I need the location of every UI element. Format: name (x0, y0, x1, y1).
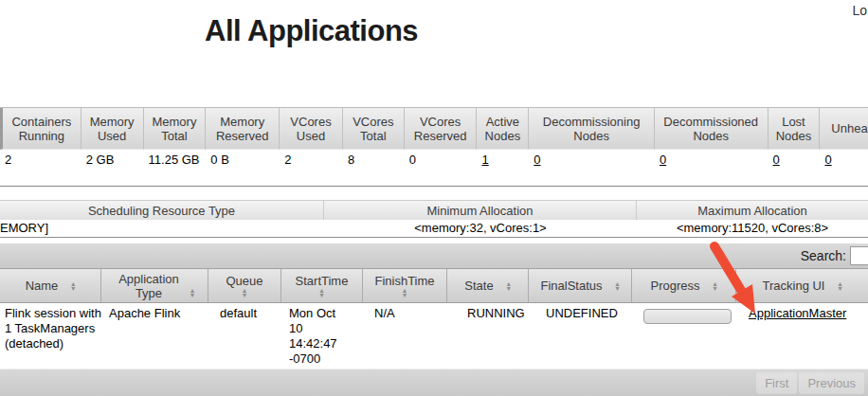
column-header-finalstatus[interactable]: FinalStatus▴▾ (529, 269, 632, 302)
search-input[interactable] (850, 246, 868, 265)
cluster-metric-vcores-used: 2 (280, 150, 343, 186)
column-header-label: Application Type (115, 272, 183, 300)
scheduler-value-minimum-allocation: <memory:32, vCores:1> (324, 220, 637, 237)
scheduler-metrics-header-row: Scheduling Resource TypeMinimum Allocati… (0, 200, 868, 220)
column-header-application-type[interactable]: Application Type▴▾ (101, 269, 208, 302)
cluster-column-header-vcores-used: VCores Used (280, 108, 343, 150)
application-master-link[interactable]: ApplicationMaster (749, 306, 846, 320)
cluster-metric-decommissioning-nodes: 0 (529, 150, 655, 186)
applications-header-row: Name▴▾Application Type▴▾Queue▴▾StartTime… (0, 269, 868, 303)
cluster-metric-vcores-total: 8 (343, 150, 405, 186)
cluster-metric-active-nodes: 1 (478, 150, 530, 186)
cluster-column-header-memory-reserved: Memory Reserved (206, 108, 280, 150)
cluster-column-header-vcores-reserved: VCores Reserved (405, 108, 478, 150)
cluster-metric-link-active-nodes[interactable]: 1 (482, 153, 489, 167)
column-header-name[interactable]: Name▴▾ (0, 269, 101, 302)
progress-bar (643, 309, 732, 324)
cell-progress-percent (632, 303, 736, 324)
scheduler-value-maximum-allocation: <memory:11520, vCores:8> (637, 220, 868, 237)
scheduler-column-header-minimum-allocation: Minimum Allocation (324, 201, 637, 220)
column-header-state[interactable]: State▴▾ (447, 269, 529, 302)
column-header-label: FinalStatus (540, 279, 602, 293)
cluster-metrics-value-row: 22 GB11.25 GB0 B28010000 (0, 150, 868, 187)
cluster-column-header-active-nodes: Active Nodes (477, 108, 529, 150)
cluster-metric-lost-nodes: 0 (769, 150, 821, 186)
column-header-label: Name (26, 279, 59, 293)
logged-in-text: Lo (852, 3, 867, 18)
yarn-all-applications-page: Lo All Applications Containers RunningMe… (0, 0, 868, 396)
search-label: Search: (801, 248, 846, 263)
sort-icon: ▴▾ (71, 281, 75, 291)
column-header-label: Tracking UI (763, 279, 825, 293)
column-header-progress[interactable]: Progress▴▾ (632, 269, 736, 302)
column-header-finishtime[interactable]: FinishTime▴▾ (363, 269, 447, 302)
pagination-previous-button[interactable]: Previous (799, 372, 864, 394)
cell-name: Flink session with 1 TaskManagers (detac… (0, 303, 101, 351)
page-title: All Applications (205, 14, 418, 48)
cluster-column-header-unhealthy-nodes: Unhealthy Nodes (820, 108, 868, 150)
cluster-metric-link-decommissioned-nodes[interactable]: 0 (660, 153, 666, 167)
cluster-metric-link-unhealthy-nodes[interactable]: 0 (824, 153, 831, 167)
cluster-metric-decommissioned-nodes: 0 (655, 150, 769, 186)
cluster-column-header-containers-running: Containers Running (0, 108, 81, 150)
sort-icon: ▴▾ (403, 288, 407, 297)
cluster-metrics-header-row: Containers RunningMemory UsedMemory Tota… (0, 107, 868, 150)
cluster-column-header-vcores-total: VCores Total (343, 108, 405, 150)
sort-icon: ▴▾ (714, 281, 717, 291)
column-header-starttime[interactable]: StartTime▴▾ (281, 269, 363, 302)
cluster-metric-unhealthy-nodes: 0 (820, 150, 868, 186)
sort-icon: ▴▾ (838, 281, 841, 291)
cell-tracking-ui: ApplicationMaster (736, 303, 868, 321)
cluster-metric-link-lost-nodes[interactable]: 0 (773, 153, 780, 167)
cluster-metric-memory-total: 11.25 GB (144, 150, 207, 186)
scheduler-column-header-maximum-allocation: Maximum Allocation (637, 201, 868, 220)
cluster-metric-vcores-reserved: 0 (405, 150, 478, 186)
sort-icon: ▴▾ (319, 288, 323, 297)
cluster-metric-containers-running: 2 (0, 150, 81, 186)
column-header-tracking-ui[interactable]: Tracking UI▴▾ (736, 269, 868, 302)
cluster-column-header-lost-nodes: Lost Nodes (769, 108, 821, 150)
cluster-column-header-memory-used: Memory Used (81, 108, 144, 150)
cluster-column-header-memory-total: Memory Total (144, 108, 207, 150)
cluster-metric-memory-reserved: 0 B (206, 150, 280, 186)
cell-application-type: Apache Flink (101, 303, 208, 321)
cluster-column-header-decommissioning-nodes: Decommissioning Nodes (529, 108, 655, 150)
pagination-first-button[interactable]: First (756, 372, 797, 394)
sort-icon: ▴▾ (616, 281, 620, 291)
column-header-queue[interactable]: Queue▴▾ (208, 269, 281, 302)
sort-icon: ▴▾ (507, 281, 511, 291)
scheduler-value-scheduling-resource-type: EMORY] (0, 220, 324, 237)
cell-state: RUNNING (447, 303, 529, 321)
table-toolbar: Search: (0, 243, 868, 269)
cluster-metrics-table: Containers RunningMemory UsedMemory Tota… (0, 107, 868, 187)
sort-icon: ▴▾ (243, 288, 246, 297)
sort-icon: ▴▾ (190, 288, 194, 297)
pagination-bar: First Previous (0, 369, 868, 396)
cell-queue: default (208, 303, 281, 321)
column-header-label: Progress (650, 279, 699, 293)
scheduler-metrics-value-row: EMORY]<memory:32, vCores:1><memory:11520… (0, 220, 868, 238)
cell-finish-time: N/A (363, 303, 447, 321)
cluster-column-header-decommissioned-nodes: Decommissioned Nodes (655, 108, 769, 150)
cell-final-status: UNDEFINED (529, 303, 632, 321)
scheduler-column-header-scheduling-resource-type: Scheduling Resource Type (0, 201, 324, 220)
cluster-metric-link-decommissioning-nodes[interactable]: 0 (533, 153, 540, 167)
scheduler-metrics-table: Scheduling Resource TypeMinimum Allocati… (0, 200, 868, 238)
column-header-label: State (464, 279, 493, 293)
cluster-metric-memory-used: 2 GB (81, 150, 144, 186)
